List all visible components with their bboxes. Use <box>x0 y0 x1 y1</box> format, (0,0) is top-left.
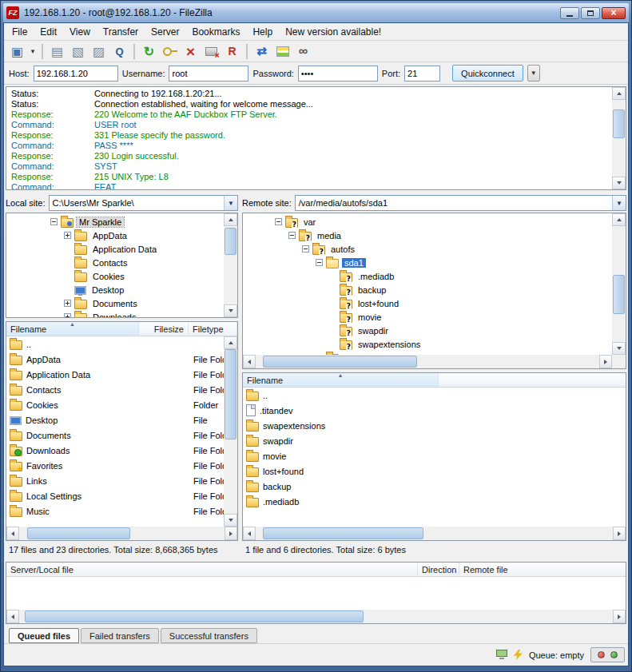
directory-listing-filters-icon[interactable] <box>109 42 129 61</box>
menu-item-edit[interactable]: Edit <box>34 23 63 40</box>
column-header-filesize[interactable]: Filesize <box>139 322 189 336</box>
maximize-button[interactable] <box>581 7 600 19</box>
site-manager-icon[interactable] <box>7 42 27 61</box>
disconnect-icon[interactable] <box>201 42 221 61</box>
username-input[interactable] <box>169 66 248 82</box>
menu-item-view[interactable]: View <box>63 23 97 40</box>
remote-tree-item-swapdir[interactable]: swapdir <box>243 324 612 337</box>
column-header-filename[interactable]: ▲ Filename <box>6 322 139 336</box>
toggle-remote-tree-icon[interactable] <box>89 42 109 61</box>
column-header-filetype[interactable]: Filetype <box>189 322 237 336</box>
scroll-left-icon[interactable] <box>6 527 19 540</box>
column-header-direction[interactable]: Direction <box>418 563 459 576</box>
synchronized-browsing-icon[interactable] <box>272 42 292 61</box>
tab-failed-transfers[interactable]: Failed transfers <box>81 628 159 643</box>
scroll-up-icon[interactable] <box>224 336 237 349</box>
expander-icon[interactable] <box>316 259 323 266</box>
remote-tree-item-sda1[interactable]: sda1 <box>243 256 612 269</box>
local-file-application-data[interactable]: Application Data File Folder <box>6 367 224 382</box>
expander-icon[interactable] <box>288 232 296 239</box>
scroll-down-icon[interactable] <box>224 304 237 317</box>
menu-item-help[interactable]: Help <box>246 23 279 40</box>
scroll-right-icon[interactable] <box>225 527 237 540</box>
expander-icon[interactable] <box>50 218 58 225</box>
site-manager-dropdown-icon[interactable] <box>28 42 38 61</box>
toggle-local-tree-icon[interactable] <box>68 42 88 61</box>
remote-tree-item-movie[interactable]: movie <box>243 310 612 324</box>
remote-tree-item-swapextensions[interactable]: swapextensions <box>243 337 612 351</box>
local-file-documents[interactable]: Documents File Folder <box>6 427 224 443</box>
process-queue-icon[interactable] <box>160 42 180 61</box>
remote-tree-item-autofs[interactable]: autofs <box>243 242 612 256</box>
local-list-hscrollbar[interactable] <box>6 527 237 540</box>
remote-tree-item-media[interactable]: media <box>243 229 612 242</box>
cancel-operation-icon[interactable] <box>181 42 201 61</box>
refresh-icon[interactable] <box>139 42 159 61</box>
remote-site-dropdown-icon[interactable]: ▼ <box>612 196 626 210</box>
local-tree-item-contacts[interactable]: Contacts <box>6 256 224 269</box>
scroll-left-icon[interactable] <box>243 355 256 368</box>
find-files-icon[interactable] <box>293 42 313 61</box>
host-input[interactable] <box>34 66 118 82</box>
local-file-contacts[interactable]: Contacts File Folder <box>6 382 224 397</box>
scrollbar-thumb[interactable] <box>25 610 364 622</box>
expander-icon[interactable] <box>275 218 282 225</box>
scrollbar-thumb[interactable] <box>263 356 418 368</box>
remote-tree-item-var[interactable]: var <box>243 215 612 229</box>
menu-item-bookmarks[interactable]: Bookmarks <box>185 23 246 40</box>
remote-tree-vscrollbar[interactable] <box>612 213 626 355</box>
scrollbar-thumb[interactable] <box>27 527 130 539</box>
scroll-up-icon[interactable] <box>612 213 626 226</box>
reconnect-icon[interactable] <box>222 42 242 61</box>
password-input[interactable] <box>298 66 378 82</box>
scroll-right-icon[interactable] <box>613 527 626 540</box>
remote-file-mediadb[interactable]: .mediadb <box>243 494 626 509</box>
local-tree-item-application-data[interactable]: Application Data <box>6 242 224 256</box>
local-file-favorites[interactable]: Favorites File Folder <box>6 458 224 473</box>
scrollbar-thumb[interactable] <box>263 527 423 539</box>
local-file-desktop[interactable]: Desktop File <box>6 412 224 427</box>
local-file-cookies[interactable]: Cookies Folder <box>6 397 224 412</box>
lightning-icon[interactable] <box>514 650 523 660</box>
column-header-remote-file[interactable]: Remote file <box>459 563 626 576</box>
local-file-music[interactable]: Music File Folder <box>6 503 224 519</box>
queue-hscrollbar[interactable] <box>6 610 626 623</box>
remote-tree-hscrollbar[interactable] <box>243 355 612 368</box>
local-tree-item-mr-sparkle[interactable]: Mr Sparkle <box>6 215 224 229</box>
scrollbar-thumb[interactable] <box>613 109 625 138</box>
scroll-right-icon[interactable] <box>613 610 626 623</box>
local-tree-item-downloads[interactable]: Downloads <box>6 310 224 317</box>
remote-tree-item-backup[interactable]: backup <box>243 283 612 296</box>
scroll-right-icon[interactable] <box>599 355 612 368</box>
log-scrollbar[interactable] <box>612 87 626 189</box>
local-file-links[interactable]: Links File Folder <box>6 473 224 488</box>
local-site-combo[interactable]: C:\Users\Mr Sparkle\ ▼ <box>49 195 238 211</box>
expander-icon[interactable] <box>64 300 71 307</box>
remote-file-swapdir[interactable]: swapdir <box>243 433 626 448</box>
scrollbar-thumb[interactable] <box>225 228 237 255</box>
local-tree-item-desktop[interactable]: Desktop <box>6 283 224 296</box>
menu-item-server[interactable]: Server <box>145 23 185 40</box>
remote-file-movie[interactable]: movie <box>243 448 626 463</box>
scroll-up-icon[interactable] <box>612 87 626 100</box>
scroll-left-icon[interactable] <box>243 527 256 540</box>
scroll-down-icon[interactable] <box>612 177 626 189</box>
remote-file-lost-found[interactable]: lost+found <box>243 463 626 479</box>
local-tree-scrollbar[interactable] <box>224 213 237 317</box>
local-site-dropdown-icon[interactable]: ▼ <box>224 196 237 210</box>
scrollbar-thumb[interactable] <box>225 349 237 439</box>
local-file-local-settings[interactable]: Local Settings File Folder <box>6 488 224 503</box>
scroll-down-icon[interactable] <box>612 342 626 355</box>
scroll-down-icon[interactable] <box>224 514 237 527</box>
column-header-filename[interactable]: ▲ Filename <box>243 373 439 387</box>
local-file-downloads[interactable]: Downloads File Folder <box>6 443 224 458</box>
tab-queued-files[interactable]: Queued files <box>9 628 79 643</box>
expander-icon[interactable] <box>302 245 309 252</box>
menu-item-file[interactable]: File <box>6 23 34 40</box>
local-file-[interactable]: .. <box>6 336 224 352</box>
directory-comparison-icon[interactable] <box>252 42 272 61</box>
scroll-up-icon[interactable] <box>224 213 237 226</box>
minimize-button[interactable] <box>560 7 579 19</box>
close-button[interactable]: × <box>602 7 626 19</box>
expander-icon[interactable] <box>64 313 71 317</box>
